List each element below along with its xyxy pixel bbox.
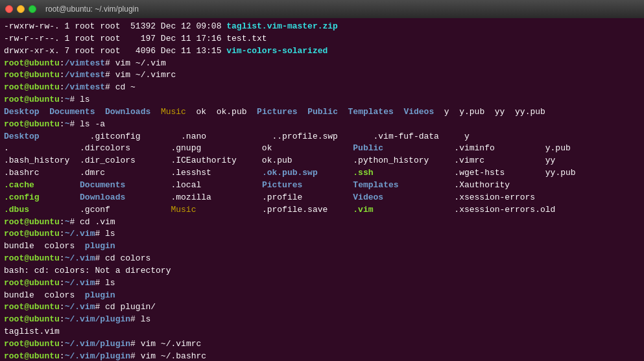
line-ls2-output: bundle colors plugin	[4, 240, 640, 253]
line-1: -rwxrw-rw-. 1 root root 51392 Dec 12 09:…	[4, 21, 640, 33]
line-cmd-vim-bashrc: root@ubuntu:~/.vim/plugin# vim ~/.bashrc	[4, 351, 640, 361]
line-ls-a-1: Desktop .gitconfig .nano ..profile.swp .…	[4, 131, 640, 143]
line-bash-error: bash: cd: colors: Not a directory	[4, 265, 640, 277]
line-cmd-vim-vimrc: root@ubuntu:~/.vim/plugin# vim ~/.vimrc	[4, 338, 640, 351]
line-3: drwxr-xr-x. 7 root root 4096 Dec 11 13:1…	[4, 45, 640, 58]
title-bar: root@ubuntu: ~/.vim/plugin	[0, 0, 644, 18]
line-ls-a-2: . .dircolors .gnupg ok Public .viminfo y…	[4, 143, 640, 155]
line-ls-a-7: .dbus .gconf Music .profile.save .vim .x…	[4, 204, 640, 216]
line-cmd-ls-a: root@ubuntu:~# ls -a	[4, 119, 640, 131]
maximize-button[interactable]	[29, 5, 36, 13]
line-cmd-ls4: root@ubuntu:~/.vim/plugin# ls	[4, 314, 640, 326]
line-cmd-cd-colors: root@ubuntu:~/.vim# cd colors	[4, 253, 640, 265]
close-button[interactable]	[5, 5, 13, 13]
line-ls3-output: bundle colors plugin	[4, 290, 640, 302]
line-ls4-output: taglist.vim	[4, 326, 640, 338]
line-2: -rw-r--r--. 1 root root 197 Dec 11 17:16…	[4, 33, 640, 45]
line-ls-a-6: .config Downloads .mozilla .profile Vide…	[4, 192, 640, 204]
terminal-body: -rwxrw-rw-. 1 root root 51392 Dec 12 09:…	[0, 18, 644, 361]
line-cmd-ls3: root@ubuntu:~/.vim# ls	[4, 277, 640, 290]
window-title: root@ubuntu: ~/.vim/plugin	[45, 5, 139, 14]
line-cmd-cd-plugin: root@ubuntu:~/.vim# cd plugin/	[4, 301, 640, 314]
line-ls-a-4: .bashrc .dmrc .lesshst .ok.pub.swp .ssh …	[4, 167, 640, 180]
line-cmd-ls2: root@ubuntu:~/.vim# ls	[4, 228, 640, 240]
line-cmd-vimrc1: root@ubuntu:/vimtest# vim ~/.vim	[4, 58, 640, 70]
line-ls-a-3: .bash_history .dir_colors .ICEauthority …	[4, 155, 640, 167]
line-ls-output: Desktop Documents Downloads Music ok ok.…	[4, 106, 640, 119]
line-cmd-ls: root@ubuntu:~# ls	[4, 94, 640, 106]
line-ls-a-5: .cache Documents .local Pictures Templat…	[4, 180, 640, 192]
minimize-button[interactable]	[17, 5, 25, 13]
line-cmd-vimrc2: root@ubuntu:/vimtest# vim ~/.vimrc	[4, 69, 640, 82]
line-cmd-cd-home: root@ubuntu:/vimtest# cd ~	[4, 82, 640, 94]
line-cmd-cd-vim: root@ubuntu:~# cd .vim	[4, 216, 640, 229]
